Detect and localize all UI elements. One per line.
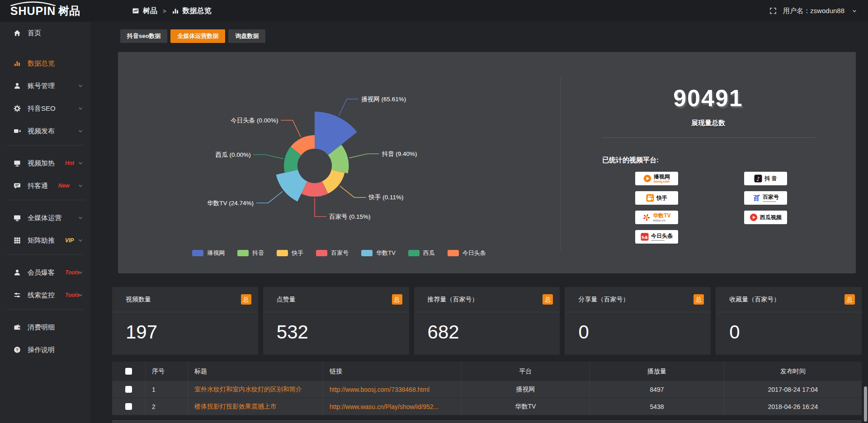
breadcrumb-root[interactable]: 树品: [143, 6, 157, 16]
legend-item-6[interactable]: 今日头条: [448, 249, 486, 257]
pie-label-line: [281, 120, 301, 137]
chevron-down-icon[interactable]: [78, 160, 83, 167]
row-checkbox[interactable]: [125, 386, 132, 393]
cell-index: 1: [146, 381, 188, 398]
sidebar-item-9[interactable]: 会员爆客Tools: [0, 261, 90, 284]
sidebar-item-3[interactable]: 抖音SEO: [0, 97, 90, 120]
cell-link[interactable]: http://www.wasu.cn/Play/show/id/952...: [323, 398, 462, 415]
legend-item-4[interactable]: 华数TV: [361, 249, 396, 257]
cell-title[interactable]: 室外水纹灯和室内水纹灯的区别和简介: [188, 381, 323, 398]
sidebar-item-8[interactable]: 矩阵助推VIP: [0, 229, 90, 252]
pie-slice-0[interactable]: [315, 112, 357, 155]
total-badge[interactable]: 总: [844, 294, 855, 305]
tab-0[interactable]: 抖音seo数据: [120, 29, 167, 43]
chevron-down-icon[interactable]: [78, 105, 83, 113]
stat-card-value: 197: [112, 312, 258, 343]
sidebar-divider: [7, 254, 84, 255]
sidebar-item-5[interactable]: 视频加热Hot: [0, 152, 90, 174]
sidebar-item-2[interactable]: 账号管理: [0, 75, 90, 97]
pie-label-line: [340, 186, 366, 197]
pie-chart-section: 播视网 (65.61%)抖音 (9.40%)快手 (0.11%)百家号 (0.1…: [118, 52, 560, 273]
table-header-checkbox: [112, 362, 146, 381]
total-badge[interactable]: 总: [241, 294, 251, 305]
pie-label-line: [339, 99, 359, 116]
legend-label: 百家号: [331, 249, 349, 257]
fullscreen-icon[interactable]: [769, 7, 777, 14]
chevron-down-icon[interactable]: [78, 291, 83, 299]
sidebar-divider: [7, 145, 84, 146]
legend-item-2[interactable]: 快手: [277, 249, 303, 257]
screen-icon: [14, 160, 21, 167]
logo-arc: [9, 1, 57, 6]
legend-swatch: [192, 250, 203, 256]
legend-swatch: [316, 250, 327, 256]
sidebar-item-12[interactable]: ?操作说明: [0, 338, 90, 361]
row-checkbox[interactable]: [125, 403, 132, 410]
sidebar-item-10[interactable]: 线索监控Tools: [0, 284, 90, 306]
sidebar-item-label: 视频发布: [28, 127, 55, 136]
col-link: 链接: [323, 362, 462, 381]
username-label[interactable]: 用户名：zswodun88: [783, 7, 844, 15]
pie-label-line: [254, 155, 283, 159]
sidebar-item-11[interactable]: 消费明细: [0, 316, 90, 338]
platform-name: 今日头条: [651, 233, 673, 239]
legend-item-1[interactable]: 抖音: [237, 249, 264, 257]
col-time: 发布时间: [724, 362, 862, 381]
sidebar-divider: [7, 309, 84, 310]
main-content: 抖音seo数据全媒体运营数据询盘数据 播视网 (65.61%)抖音 (9.40%…: [90, 22, 868, 423]
chevron-down-icon[interactable]: [78, 127, 83, 135]
chevron-down-icon[interactable]: [78, 269, 83, 277]
cell-time: 2017-08-24 17:04: [724, 381, 862, 398]
total-badge[interactable]: 总: [392, 294, 402, 305]
member-icon: [14, 269, 21, 276]
sidebar-item-badge: Hot: [65, 160, 74, 166]
row-checkbox-cell: [112, 398, 146, 415]
sidebar-item-0[interactable]: 首页: [0, 22, 90, 44]
chevron-down-icon[interactable]: [851, 7, 858, 14]
stat-card-header: 分享量（百家号）总: [565, 287, 711, 312]
cell-title[interactable]: 楼体投影灯投影效果震撼上市: [188, 398, 323, 415]
chevron-down-icon[interactable]: [78, 214, 83, 222]
chevron-down-icon[interactable]: [78, 237, 83, 244]
cell-link[interactable]: http://www.boosj.com/7338468.html: [323, 381, 462, 398]
legend-swatch: [448, 250, 459, 256]
sidebar-item-label: 矩阵助推: [28, 236, 55, 245]
sidebar-item-4[interactable]: 视频发布: [0, 120, 90, 142]
cell-index: 2: [146, 398, 188, 415]
legend-item-3[interactable]: 百家号: [316, 249, 349, 257]
platform-badge-column-2: ♪抖 音百百家号西瓜视频: [744, 172, 787, 224]
question-icon: ?: [14, 346, 21, 353]
chevron-down-icon[interactable]: [78, 82, 83, 90]
vertical-scrollbar[interactable]: [864, 386, 867, 422]
sidebar-item-label: 会员爆客: [28, 268, 55, 277]
platform-subtext-bar: [651, 240, 665, 241]
stat-card-value: 682: [414, 312, 560, 343]
logo-text-en: SHUPIN: [10, 5, 56, 17]
svg-text:?: ?: [16, 347, 19, 352]
cell-platform: 播视网: [462, 381, 590, 398]
sidebar-item-1[interactable]: 数据总览: [0, 52, 90, 75]
stat-card-4: 收藏量（百家号）总0: [716, 287, 862, 355]
chevron-down-icon[interactable]: [78, 182, 83, 190]
chat-icon: [14, 182, 21, 189]
tab-2[interactable]: 询盘数据: [228, 29, 265, 43]
svg-text:♪: ♪: [756, 176, 760, 182]
legend-item-0[interactable]: 播视网: [192, 249, 225, 257]
grid-icon: [14, 237, 21, 244]
total-badge[interactable]: 总: [693, 294, 704, 305]
monitor-icon: [14, 214, 21, 221]
stat-card-title: 分享量（百家号）: [578, 296, 629, 304]
legend-item-5[interactable]: 西瓜: [408, 249, 435, 257]
sidebar-item-7[interactable]: 全媒体运营: [0, 207, 90, 229]
app-logo[interactable]: SHUPIN 树品: [0, 5, 90, 17]
logo-text-cn: 树品: [58, 5, 80, 16]
select-all-checkbox[interactable]: [125, 368, 132, 375]
wallet-icon: [14, 324, 21, 331]
platform-badge-column-1: 播视网boosj.com快手华数TVwasu.cn头条今日头条: [635, 172, 678, 244]
sidebar-item-label: 抖音SEO: [28, 104, 56, 113]
sidebar-item-6[interactable]: 抖客通New: [0, 174, 90, 197]
total-badge[interactable]: 总: [542, 294, 553, 305]
pie-slice-4[interactable]: [276, 170, 307, 202]
platform-subtext: boosj.com: [654, 180, 670, 183]
tab-1[interactable]: 全媒体运营数据: [170, 29, 225, 43]
